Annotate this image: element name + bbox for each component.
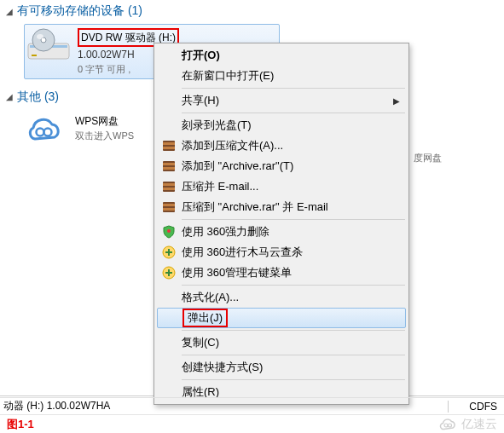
caption-row: 图1-1 亿速云 <box>0 414 504 433</box>
status-bar: 动器 (H:) 1.00.02W7HA CDFS <box>0 397 504 414</box>
svg-rect-14 <box>163 182 175 192</box>
section-other-title: 其他 (3) <box>17 89 59 105</box>
menu-360-trojan-scan[interactable]: 使用 360进行木马云查杀 <box>156 242 407 263</box>
menu-360-force-delete[interactable]: 使用 360强力删除 <box>156 222 407 242</box>
plus-shield-icon <box>161 265 177 280</box>
shield-icon <box>161 224 177 240</box>
collapse-arrow-icon[interactable]: ◢ <box>5 92 14 101</box>
status-right: CDFS <box>448 401 497 413</box>
cloud-icon <box>26 112 67 149</box>
svg-rect-10 <box>163 147 175 149</box>
section-removable-title: 有可移动存储的设备 (1) <box>17 3 142 19</box>
menu-compress-email[interactable]: 压缩并 E-mail... <box>156 176 407 197</box>
svg-rect-11 <box>163 161 175 171</box>
context-menu: 打开(O) 在新窗口中打开(E) 共享(H)▶ 刻录到光盘(T) 添加到压缩文件… <box>154 43 409 405</box>
svg-rect-19 <box>163 208 175 211</box>
dvd-drive-icon <box>26 26 71 64</box>
menu-copy[interactable]: 复制(C) <box>156 332 407 353</box>
rar-icon <box>161 159 177 174</box>
menu-separator <box>182 379 405 380</box>
svg-point-5 <box>37 34 43 39</box>
svg-point-27 <box>444 424 448 427</box>
menu-share[interactable]: 共享(H)▶ <box>156 90 407 111</box>
svg-point-6 <box>37 128 44 136</box>
svg-rect-13 <box>163 167 175 170</box>
svg-point-28 <box>449 424 452 427</box>
svg-rect-23 <box>165 251 172 253</box>
svg-rect-8 <box>163 141 175 151</box>
submenu-arrow-icon: ▶ <box>393 96 400 106</box>
menu-add-archive[interactable]: 添加到压缩文件(A)... <box>156 136 407 156</box>
svg-rect-15 <box>163 183 175 186</box>
menu-separator <box>182 88 405 89</box>
menu-format[interactable]: 格式化(A)... <box>156 287 407 308</box>
explorer-panel: ◢ 有可移动存储的设备 (1) DVD RW 驱动器 (H:) 1.00.02W… <box>0 0 504 396</box>
menu-separator <box>182 330 405 331</box>
truncated-netdisk-label: 度网盘 <box>414 152 442 165</box>
menu-compress-rar-email[interactable]: 压缩到 "Archive.rar" 并 E-mail <box>156 197 407 217</box>
watermark-text: 亿速云 <box>461 417 497 432</box>
rar-icon <box>161 199 177 215</box>
figure-caption: 图1-1 <box>7 417 34 432</box>
svg-point-7 <box>44 128 52 136</box>
menu-burn-disc[interactable]: 刻录到光盘(T) <box>156 115 407 136</box>
dvd-drive-title: DVD RW 驱动器 (H:) <box>81 32 176 43</box>
svg-rect-17 <box>163 202 175 212</box>
rar-icon <box>161 138 177 153</box>
menu-add-archive-rar[interactable]: 添加到 "Archive.rar"(T) <box>156 156 407 176</box>
svg-rect-12 <box>163 163 175 165</box>
menu-open-new-window[interactable]: 在新窗口中打开(E) <box>156 66 407 86</box>
wps-title: WPS网盘 <box>75 113 134 129</box>
menu-separator <box>182 285 405 286</box>
menu-separator <box>182 219 405 220</box>
watermark: 亿速云 <box>439 417 497 432</box>
section-removable-header[interactable]: ◢ 有可移动存储的设备 (1) <box>0 0 504 22</box>
svg-rect-16 <box>163 188 175 190</box>
rar-icon <box>161 179 177 194</box>
collapse-arrow-icon[interactable]: ◢ <box>5 7 14 16</box>
svg-rect-9 <box>163 142 175 145</box>
svg-rect-18 <box>163 204 175 206</box>
wps-sub: 双击进入WPS <box>75 129 134 143</box>
menu-360-rightmenu[interactable]: 使用 360管理右键菜单 <box>156 263 407 283</box>
menu-open[interactable]: 打开(O) <box>156 45 407 66</box>
cloud-logo-icon <box>439 419 458 430</box>
status-left: 动器 (H:) 1.00.02W7HA <box>3 399 110 413</box>
menu-separator <box>182 113 405 113</box>
menu-separator <box>182 355 405 355</box>
svg-point-20 <box>167 229 171 233</box>
eject-highlight: 弹出(J) <box>182 309 228 327</box>
menu-create-shortcut[interactable]: 创建快捷方式(S) <box>156 357 407 378</box>
plus-shield-icon <box>161 245 177 260</box>
svg-rect-26 <box>165 272 172 274</box>
menu-eject[interactable]: 弹出(J) <box>157 308 406 328</box>
